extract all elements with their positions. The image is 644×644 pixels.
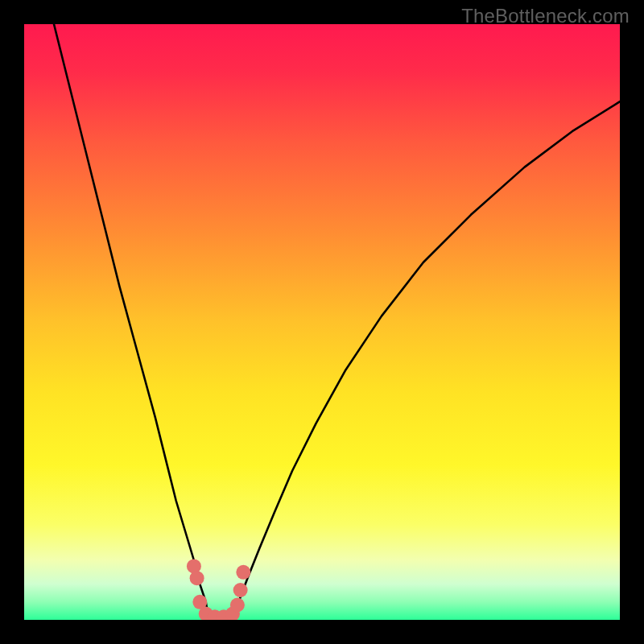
highlight-dot xyxy=(230,598,245,613)
plot-svg xyxy=(24,24,620,620)
gradient-background xyxy=(24,24,620,620)
highlight-dot xyxy=(233,583,248,597)
highlight-dot xyxy=(236,565,250,580)
chart-root: TheBottleneck.com xyxy=(0,0,644,644)
plot-area xyxy=(24,24,620,620)
highlight-dot xyxy=(190,571,204,585)
